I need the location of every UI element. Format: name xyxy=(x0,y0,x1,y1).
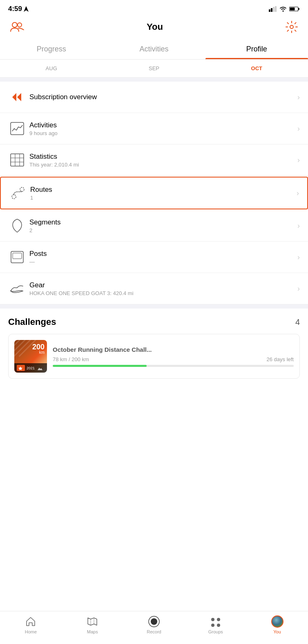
month-tabs: AUG SEP OCT xyxy=(0,60,308,78)
gear-title: Gear xyxy=(29,281,297,289)
signal-icon xyxy=(269,6,277,12)
bottom-nav-record[interactable]: Record xyxy=(142,615,166,634)
challenge-name: October Running Distance Chall... xyxy=(53,346,294,353)
settings-icon[interactable] xyxy=(285,20,298,33)
progress-bar xyxy=(53,365,294,367)
subscription-icon xyxy=(8,88,26,106)
challenges-header: Challenges 4 xyxy=(8,317,300,327)
routes-title: Routes xyxy=(30,186,297,194)
routes-subtitle: 1 xyxy=(30,195,297,201)
challenge-details: October Running Distance Chall... 78 km … xyxy=(53,346,294,367)
home-icon xyxy=(25,615,37,628)
svg-point-27 xyxy=(217,618,220,621)
challenge-progress-value: 78 km / 200 km xyxy=(53,356,89,362)
svg-rect-21 xyxy=(13,253,22,259)
svg-marker-10 xyxy=(12,93,16,101)
groups-icon xyxy=(210,615,222,628)
challenges-section: Challenges 4 200km xyxy=(0,309,308,385)
bottom-nav: Home Maps Record xyxy=(0,611,308,644)
challenges-title: Challenges xyxy=(8,317,56,327)
segments-subtitle: 2 xyxy=(29,227,297,233)
challenge-card[interactable]: 200km 2021 October Running Distance xyxy=(8,334,300,379)
top-nav: You xyxy=(0,16,308,39)
svg-rect-13 xyxy=(11,154,24,166)
activities-icon xyxy=(8,120,26,138)
subscription-title: Subscription overview xyxy=(29,93,297,101)
statistics-title: Statistics xyxy=(29,153,297,161)
svg-point-9 xyxy=(290,25,293,29)
menu-item-subscription[interactable]: Subscription overview › xyxy=(0,82,308,113)
menu-item-gear[interactable]: Gear HOKA ONE ONE SPEED GOAT 3: 420.4 mi… xyxy=(0,273,308,304)
statistics-icon xyxy=(8,151,26,169)
svg-marker-11 xyxy=(17,93,21,101)
svg-point-29 xyxy=(217,624,220,627)
maps-label: Maps xyxy=(87,629,98,634)
tabs: Progress Activities Profile xyxy=(0,39,308,60)
maps-icon xyxy=(86,615,98,628)
chevron-icon: › xyxy=(297,253,300,262)
menu-item-segments[interactable]: Segments 2 › xyxy=(0,210,308,242)
svg-point-18 xyxy=(12,195,16,199)
svg-rect-3 xyxy=(275,6,277,12)
svg-point-26 xyxy=(211,618,214,621)
activities-subtitle: 9 hours ago xyxy=(29,130,297,136)
bottom-nav-maps[interactable]: Maps xyxy=(80,615,105,634)
tab-progress[interactable]: Progress xyxy=(0,39,103,59)
tab-activities[interactable]: Activities xyxy=(103,39,205,59)
record-icon xyxy=(148,615,160,628)
status-bar: 4:59 xyxy=(0,0,308,16)
menu-list: Subscription overview › Activities 9 hou… xyxy=(0,82,308,304)
chevron-icon: › xyxy=(297,284,300,293)
challenge-days-left: 26 days left xyxy=(267,356,294,362)
svg-point-28 xyxy=(211,624,214,627)
challenge-progress-text: 78 km / 200 km 26 days left xyxy=(53,356,294,362)
menu-item-routes[interactable]: Routes 1 › xyxy=(0,177,308,209)
challenge-image: 200km 2021 xyxy=(14,340,47,373)
section-divider-2 xyxy=(0,304,308,309)
svg-point-8 xyxy=(18,23,22,27)
tab-profile[interactable]: Profile xyxy=(205,39,308,59)
challenge-badge xyxy=(17,365,25,371)
chevron-icon: › xyxy=(297,156,300,164)
svg-rect-0 xyxy=(269,9,270,12)
friends-icon[interactable] xyxy=(10,21,25,33)
routes-icon xyxy=(9,184,27,202)
svg-point-19 xyxy=(20,187,24,191)
bottom-nav-groups[interactable]: Groups xyxy=(203,615,228,634)
bottom-nav-home[interactable]: Home xyxy=(18,615,43,634)
chevron-icon: › xyxy=(297,189,299,198)
segments-icon xyxy=(8,217,26,235)
chevron-icon: › xyxy=(297,93,300,102)
bottom-nav-you[interactable]: You xyxy=(265,615,290,634)
gear-subtitle: HOKA ONE ONE SPEED GOAT 3: 420.4 mi xyxy=(29,290,297,296)
posts-subtitle: — xyxy=(29,259,297,265)
progress-bar-fill xyxy=(53,365,147,367)
menu-item-activities[interactable]: Activities 9 hours ago › xyxy=(0,113,308,144)
page-title: You xyxy=(147,22,163,32)
menu-item-statistics[interactable]: Statistics This year: 2,010.4 mi › xyxy=(0,144,308,176)
menu-item-posts[interactable]: Posts — › xyxy=(0,242,308,273)
status-icons xyxy=(269,6,300,12)
chevron-icon: › xyxy=(297,124,300,133)
record-label: Record xyxy=(147,629,161,634)
month-oct[interactable]: OCT xyxy=(205,64,308,73)
month-sep[interactable]: SEP xyxy=(103,64,205,73)
challenge-year: 2021 xyxy=(27,366,35,370)
svg-marker-22 xyxy=(18,366,22,370)
svg-point-25 xyxy=(152,620,156,623)
segments-title: Segments xyxy=(29,218,297,227)
you-avatar-icon xyxy=(271,615,283,628)
month-aug[interactable]: AUG xyxy=(0,64,103,73)
home-label: Home xyxy=(25,629,37,634)
status-time: 4:59 xyxy=(8,5,29,13)
svg-rect-5 xyxy=(298,8,299,10)
svg-rect-1 xyxy=(271,8,272,12)
mountain-icon xyxy=(38,366,42,370)
gear-icon xyxy=(8,280,26,298)
statistics-subtitle: This year: 2,010.4 mi xyxy=(29,162,297,168)
activities-title: Activities xyxy=(29,121,297,129)
posts-icon xyxy=(8,248,26,266)
groups-label: Groups xyxy=(208,629,223,634)
chevron-icon: › xyxy=(297,222,300,230)
battery-icon xyxy=(289,6,300,12)
